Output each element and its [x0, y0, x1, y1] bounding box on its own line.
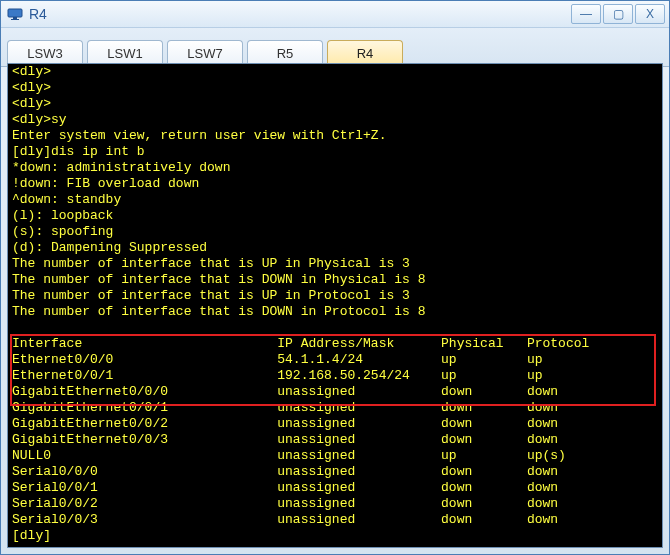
svg-rect-0 — [8, 9, 22, 17]
window-title: R4 — [29, 6, 47, 22]
maximize-button[interactable]: ▢ — [603, 4, 633, 24]
titlebar: R4 — ▢ X — [1, 1, 669, 28]
svg-rect-2 — [11, 19, 19, 20]
window: { "window": { "title": "R4" }, "winContr… — [0, 0, 670, 555]
svg-rect-1 — [13, 17, 17, 19]
tabstrip: LSW3LSW1LSW7R5R4 — [1, 28, 669, 67]
app-icon — [7, 6, 23, 22]
title-left: R4 — [7, 6, 47, 22]
minimize-button[interactable]: — — [571, 4, 601, 24]
terminal-output[interactable]: <dly> <dly> <dly> <dly>sy Enter system v… — [8, 64, 662, 547]
terminal-panel: <dly> <dly> <dly> <dly>sy Enter system v… — [7, 63, 663, 548]
close-button[interactable]: X — [635, 4, 665, 24]
window-controls: — ▢ X — [571, 4, 665, 24]
